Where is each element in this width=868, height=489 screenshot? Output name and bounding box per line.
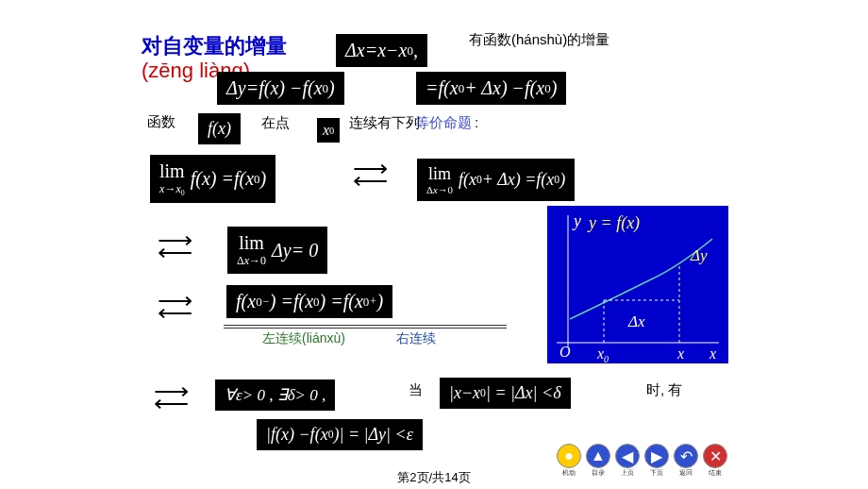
equation-eps1: ∀ε > 0 , ∃δ > 0 , [215,379,335,411]
nav-prev-button[interactable]: ◀ [615,444,640,468]
chart-x0: x0 [596,346,609,363]
chart-x2: x [709,346,716,362]
equation-eps3: |f(x) − f(x0)| = |Δy| < ε [257,419,423,450]
equation-lim1: limx→x0 f(x) = f(x0) [150,155,275,203]
nav-end-button[interactable]: ✕ [703,444,727,468]
chart-o: O [559,344,571,360]
chart-y: y [572,211,581,230]
label-right-cont: 右连续 [396,330,436,347]
graph: y y = f(x) Δy Δx O x0 x x [547,206,728,363]
iff-arrow-4: ⟶⟵ [154,385,187,410]
nav-auto-button[interactable]: ● [557,444,581,468]
label-fx: f(x) [198,113,241,144]
page-footer: 第2页/共14页 [0,469,868,486]
chart-dy: Δy [690,246,708,264]
chart-curve: y = f(x) [587,213,640,233]
equation-dy2: = f(x0 + Δx) − f(x0) [416,72,566,105]
nav-back-button[interactable]: ↶ [674,444,698,468]
equation-eps2: |x − x0| = |Δx| < δ [440,378,571,409]
iff-arrow-3: ⟶⟵ [158,295,191,319]
iff-arrow-1: ⟶⟵ [353,162,386,187]
equation-lim2: limΔx→0 f(x0 + Δx) = f(x0) [417,159,575,201]
label-has-increment: 有函数(hánshù)的增量 [469,31,609,49]
nav-toc-button[interactable]: ▲ [586,444,610,468]
equation-sided: f(x0−) = f(x0) = f(x0+) [226,285,392,318]
label-x0: x0 [317,118,340,143]
label-at: 在点 [261,114,290,132]
equation-lim3: limΔx→0 Δy = 0 [227,227,327,274]
nav-next-button[interactable]: ▶ [644,444,669,468]
equation-dx: Δx = x − x0 , [336,34,427,67]
label-equiv: 等价命题 [415,114,472,132]
label-when: 当 [409,381,423,399]
label-cont: 连续有下列 [349,114,420,132]
iff-arrow-2: ⟶⟵ [158,234,191,259]
chart-dx: Δx [627,312,645,330]
equation-dy: Δy = f(x) − f(x0) [217,72,344,105]
label-left-cont: 左连续(liánxù) [262,330,345,347]
underline [224,325,507,326]
colon: : [475,114,478,130]
label-then: 时, 有 [646,381,682,399]
label-func: 函数 [147,113,175,131]
chart-x: x [676,346,684,362]
title: 对自变量的增量 [142,32,287,60]
